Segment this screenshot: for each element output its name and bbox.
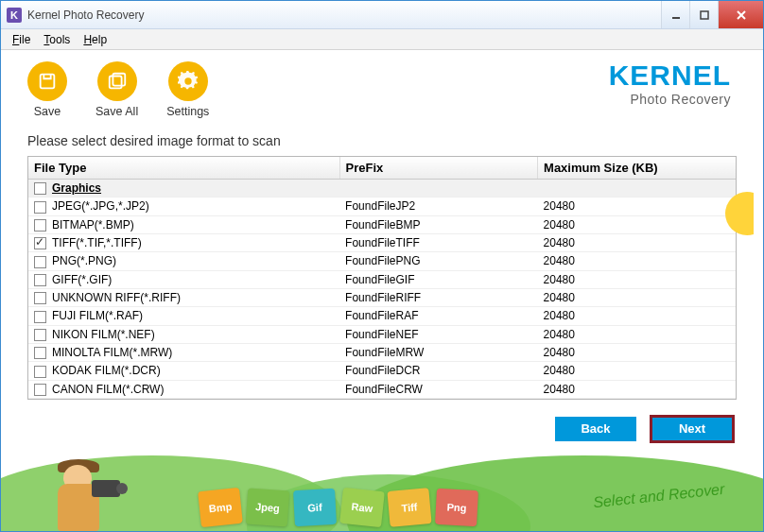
gear-icon bbox=[168, 61, 208, 101]
format-chip: Gif bbox=[293, 489, 337, 526]
table-row[interactable]: NIKON FILM(*.NEF)FoundFileNEF20480 bbox=[28, 325, 736, 343]
row-checkbox[interactable] bbox=[34, 237, 46, 249]
svg-rect-4 bbox=[41, 75, 55, 89]
size-value: 20480 bbox=[538, 343, 736, 361]
format-chip: Png bbox=[435, 489, 478, 526]
svg-rect-1 bbox=[701, 11, 708, 19]
file-type-label: FUJI FILM(*.RAF) bbox=[52, 309, 143, 322]
file-type-label: NIKON FILM(*.NEF) bbox=[52, 328, 155, 341]
brand-name: KERNEL bbox=[609, 60, 731, 92]
photographer-illustration bbox=[29, 454, 133, 531]
column-header-prefix[interactable]: PreFix bbox=[339, 157, 537, 180]
row-checkbox[interactable] bbox=[34, 219, 46, 232]
window-title: Kernel Photo Recovery bbox=[27, 9, 661, 22]
prefix-value: FoundFileTIFF bbox=[339, 233, 537, 251]
brand-subtitle: Photo Recovery bbox=[609, 92, 731, 107]
toolbar-label: Settings bbox=[166, 105, 209, 118]
column-header-size[interactable]: Maximum Size (KB) bbox=[538, 157, 736, 180]
row-checkbox[interactable] bbox=[34, 366, 46, 378]
toolbar-label: Save bbox=[27, 105, 67, 118]
file-type-label: UNKNOWN RIFF(*.RIFF) bbox=[52, 291, 181, 304]
column-header-type[interactable]: File Type bbox=[28, 157, 339, 180]
instruction-text: Please select desired image format to sc… bbox=[27, 133, 737, 148]
table-row[interactable]: JPEG(*.JPG,*.JP2)FoundFileJP220480 bbox=[28, 197, 736, 215]
size-value: 20480 bbox=[538, 270, 736, 288]
file-type-label: CANON FILM(*.CRW) bbox=[52, 383, 164, 396]
back-button[interactable]: Back bbox=[555, 417, 636, 441]
file-type-label: MINOLTA FILM(*.MRW) bbox=[52, 346, 172, 359]
save-icon bbox=[27, 61, 67, 101]
file-type-label: GIFF(*.GIF) bbox=[52, 273, 112, 286]
row-checkbox[interactable] bbox=[34, 329, 46, 341]
size-value: 20480 bbox=[538, 233, 736, 251]
save-all-button[interactable]: Save All bbox=[96, 61, 138, 118]
maximize-button[interactable] bbox=[689, 1, 718, 28]
menu-file[interactable]: File bbox=[7, 31, 36, 48]
prefix-value: FoundFileCRW bbox=[339, 380, 537, 398]
size-value: 20480 bbox=[538, 307, 736, 325]
row-checkbox[interactable] bbox=[34, 384, 46, 396]
next-button[interactable]: Next bbox=[651, 417, 733, 441]
close-button[interactable] bbox=[718, 1, 763, 28]
size-value: 20480 bbox=[538, 215, 736, 233]
prefix-value: FoundFileNEF bbox=[339, 325, 537, 343]
table-row[interactable]: MINOLTA FILM(*.MRW)FoundFileMRW20480 bbox=[28, 343, 736, 361]
file-type-label: TIFF(*.TIF,*.TIFF) bbox=[52, 236, 142, 249]
table-row[interactable]: FUJI FILM(*.RAF)FoundFileRAF20480 bbox=[28, 307, 736, 325]
file-type-label: JPEG(*.JPG,*.JP2) bbox=[52, 199, 149, 213]
row-checkbox[interactable] bbox=[34, 256, 46, 268]
prefix-value: FoundFileDCR bbox=[339, 362, 537, 380]
group-checkbox[interactable] bbox=[34, 182, 46, 195]
size-value: 20480 bbox=[538, 197, 736, 215]
prefix-value: FoundFileRIFF bbox=[339, 288, 537, 306]
table-row[interactable]: GIFF(*.GIF)FoundFileGIF20480 bbox=[28, 270, 736, 288]
prefix-value: FoundFileBMP bbox=[339, 215, 537, 233]
app-icon: K bbox=[7, 8, 22, 23]
size-value: 20480 bbox=[538, 252, 736, 270]
row-checkbox[interactable] bbox=[34, 311, 46, 323]
save-button[interactable]: Save bbox=[27, 61, 67, 118]
file-type-label: BITMAP(*.BMP) bbox=[52, 218, 134, 232]
menu-tools[interactable]: Tools bbox=[38, 31, 76, 48]
table-row[interactable]: BITMAP(*.BMP)FoundFileBMP20480 bbox=[28, 215, 736, 233]
footer-decoration: BmpJpegGifRawTiffPng Select and Recover bbox=[1, 446, 763, 531]
size-value: 20480 bbox=[538, 380, 736, 398]
format-chip: Raw bbox=[339, 488, 385, 527]
table-row[interactable]: CANON FILM(*.CRW)FoundFileCRW20480 bbox=[28, 380, 736, 398]
prefix-value: FoundFileGIF bbox=[339, 270, 537, 288]
table-row[interactable]: KODAK FILM(*.DCR)FoundFileDCR20480 bbox=[28, 362, 736, 380]
format-chip: Jpeg bbox=[246, 489, 290, 527]
file-type-table: File Type PreFix Maximum Size (KB) Graph… bbox=[27, 156, 737, 400]
sun-decoration bbox=[716, 192, 754, 235]
file-type-label: PNG(*.PNG) bbox=[52, 254, 116, 267]
brand-logo: KERNEL Photo Recovery bbox=[609, 60, 731, 107]
row-checkbox[interactable] bbox=[34, 347, 46, 359]
format-chips: BmpJpegGifRawTiffPng bbox=[200, 489, 478, 525]
save-all-icon bbox=[97, 61, 137, 101]
row-checkbox[interactable] bbox=[34, 292, 46, 304]
format-chip: Bmp bbox=[198, 488, 243, 527]
table-row[interactable]: PNG(*.PNG)FoundFilePNG20480 bbox=[28, 252, 736, 270]
group-header[interactable]: Graphics bbox=[28, 180, 736, 197]
menubar: File Tools Help bbox=[1, 29, 763, 50]
table-row[interactable]: TIFF(*.TIF,*.TIFF)FoundFileTIFF20480 bbox=[28, 233, 736, 251]
menu-help[interactable]: Help bbox=[78, 31, 113, 48]
format-chip: Tiff bbox=[387, 488, 431, 527]
minimize-button[interactable] bbox=[661, 1, 689, 28]
prefix-value: FoundFilePNG bbox=[339, 252, 537, 270]
prefix-value: FoundFileMRW bbox=[339, 343, 537, 361]
file-type-label: KODAK FILM(*.DCR) bbox=[52, 364, 161, 377]
row-checkbox[interactable] bbox=[34, 274, 46, 286]
size-value: 20480 bbox=[538, 325, 736, 343]
titlebar: K Kernel Photo Recovery bbox=[1, 1, 763, 29]
table-row[interactable]: UNKNOWN RIFF(*.RIFF)FoundFileRIFF20480 bbox=[28, 288, 736, 306]
size-value: 20480 bbox=[538, 288, 736, 306]
prefix-value: FoundFileJP2 bbox=[339, 197, 537, 215]
toolbar-label: Save All bbox=[96, 105, 138, 118]
tagline-text: Select and Recover bbox=[593, 481, 726, 511]
settings-button[interactable]: Settings bbox=[166, 61, 209, 118]
prefix-value: FoundFileRAF bbox=[339, 307, 537, 325]
row-checkbox[interactable] bbox=[34, 201, 46, 214]
size-value: 20480 bbox=[538, 362, 736, 380]
